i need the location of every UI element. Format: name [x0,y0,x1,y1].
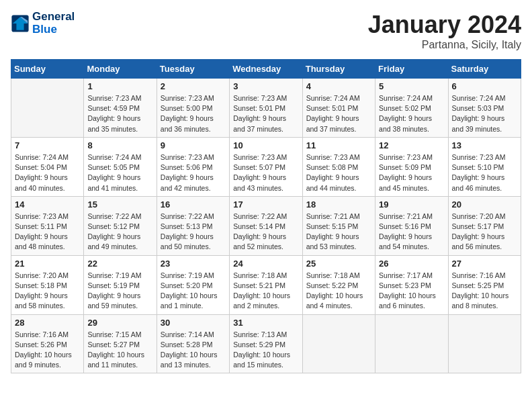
weekday-thursday: Thursday [302,60,375,79]
day-info: Sunrise: 7:24 AM Sunset: 5:03 PM Dayligh… [452,93,517,134]
day-cell: 2Sunrise: 7:23 AM Sunset: 5:00 PM Daylig… [157,79,229,138]
day-info: Sunrise: 7:24 AM Sunset: 5:01 PM Dayligh… [306,93,371,134]
day-info: Sunrise: 7:21 AM Sunset: 5:16 PM Dayligh… [379,212,444,253]
day-number: 29 [87,318,152,328]
month-title: January 2024 [368,11,521,39]
day-cell: 22Sunrise: 7:19 AM Sunset: 5:19 PM Dayli… [84,255,157,314]
day-number: 22 [87,259,152,269]
day-cell [11,79,84,138]
day-info: Sunrise: 7:19 AM Sunset: 5:20 PM Dayligh… [161,271,226,312]
day-number: 15 [87,199,152,210]
day-number: 30 [161,318,226,328]
day-cell: 20Sunrise: 7:20 AM Sunset: 5:17 PM Dayli… [448,196,521,255]
day-info: Sunrise: 7:23 AM Sunset: 5:09 PM Dayligh… [379,152,444,193]
day-number: 7 [15,140,80,150]
day-info: Sunrise: 7:23 AM Sunset: 5:06 PM Dayligh… [161,152,226,193]
week-row-1: 1Sunrise: 7:23 AM Sunset: 4:59 PM Daylig… [11,79,521,138]
weekday-saturday: Saturday [448,60,521,79]
day-number: 24 [233,259,298,269]
title-block: January 2024 Partanna, Sicily, Italy [368,11,521,51]
day-cell: 8Sunrise: 7:24 AM Sunset: 5:05 PM Daylig… [84,137,157,196]
weekday-header-row: SundayMondayTuesdayWednesdayThursdayFrid… [11,60,521,79]
day-number: 4 [306,81,371,91]
day-info: Sunrise: 7:23 AM Sunset: 5:08 PM Dayligh… [306,152,371,193]
day-info: Sunrise: 7:23 AM Sunset: 5:00 PM Dayligh… [161,93,226,134]
day-number: 10 [233,140,298,150]
day-info: Sunrise: 7:20 AM Sunset: 5:17 PM Dayligh… [452,212,517,253]
day-cell: 23Sunrise: 7:19 AM Sunset: 5:20 PM Dayli… [157,255,229,314]
day-number: 19 [379,199,444,210]
day-info: Sunrise: 7:23 AM Sunset: 5:10 PM Dayligh… [452,152,517,193]
day-number: 31 [233,318,298,328]
day-number: 13 [452,140,517,150]
day-cell: 30Sunrise: 7:14 AM Sunset: 5:28 PM Dayli… [157,314,229,373]
location-subtitle: Partanna, Sicily, Italy [368,39,521,51]
day-info: Sunrise: 7:16 AM Sunset: 5:26 PM Dayligh… [15,330,80,371]
day-info: Sunrise: 7:22 AM Sunset: 5:14 PM Dayligh… [233,212,298,253]
weekday-friday: Friday [375,60,448,79]
logo: General Blue [11,11,75,36]
day-info: Sunrise: 7:18 AM Sunset: 5:22 PM Dayligh… [306,271,371,312]
week-row-3: 14Sunrise: 7:23 AM Sunset: 5:11 PM Dayli… [11,196,521,255]
day-info: Sunrise: 7:22 AM Sunset: 5:13 PM Dayligh… [161,212,226,253]
week-row-2: 7Sunrise: 7:24 AM Sunset: 5:04 PM Daylig… [11,137,521,196]
calendar-table: SundayMondayTuesdayWednesdayThursdayFrid… [11,59,521,373]
day-info: Sunrise: 7:17 AM Sunset: 5:23 PM Dayligh… [379,271,444,312]
day-info: Sunrise: 7:15 AM Sunset: 5:27 PM Dayligh… [87,330,152,371]
day-cell: 26Sunrise: 7:17 AM Sunset: 5:23 PM Dayli… [375,255,448,314]
weekday-sunday: Sunday [11,60,84,79]
day-cell: 7Sunrise: 7:24 AM Sunset: 5:04 PM Daylig… [11,137,84,196]
day-info: Sunrise: 7:20 AM Sunset: 5:18 PM Dayligh… [15,271,80,312]
day-cell: 18Sunrise: 7:21 AM Sunset: 5:15 PM Dayli… [302,196,375,255]
day-number: 26 [379,259,444,269]
day-cell: 28Sunrise: 7:16 AM Sunset: 5:26 PM Dayli… [11,314,84,373]
page-header: General Blue January 2024 Partanna, Sici… [11,11,521,51]
day-number: 23 [161,259,226,269]
day-number: 9 [161,140,226,150]
day-cell: 13Sunrise: 7:23 AM Sunset: 5:10 PM Dayli… [448,137,521,196]
day-number: 11 [306,140,371,150]
day-number: 2 [161,81,226,91]
day-cell: 16Sunrise: 7:22 AM Sunset: 5:13 PM Dayli… [157,196,229,255]
day-cell: 5Sunrise: 7:24 AM Sunset: 5:02 PM Daylig… [375,79,448,138]
day-number: 5 [379,81,444,91]
day-info: Sunrise: 7:23 AM Sunset: 5:07 PM Dayligh… [233,152,298,193]
day-info: Sunrise: 7:22 AM Sunset: 5:12 PM Dayligh… [87,212,152,253]
logo-text: General Blue [32,11,75,36]
day-number: 17 [233,199,298,210]
day-cell [448,314,521,373]
day-cell: 6Sunrise: 7:24 AM Sunset: 5:03 PM Daylig… [448,79,521,138]
day-number: 28 [15,318,80,328]
day-cell: 1Sunrise: 7:23 AM Sunset: 4:59 PM Daylig… [84,79,157,138]
day-number: 18 [306,199,371,210]
day-number: 20 [452,199,517,210]
day-info: Sunrise: 7:24 AM Sunset: 5:02 PM Dayligh… [379,93,444,134]
logo-icon [11,14,30,33]
day-cell: 10Sunrise: 7:23 AM Sunset: 5:07 PM Dayli… [230,137,302,196]
day-number: 12 [379,140,444,150]
day-number: 25 [306,259,371,269]
weekday-tuesday: Tuesday [157,60,229,79]
day-info: Sunrise: 7:24 AM Sunset: 5:04 PM Dayligh… [15,152,80,193]
day-info: Sunrise: 7:23 AM Sunset: 4:59 PM Dayligh… [87,93,152,134]
day-cell: 19Sunrise: 7:21 AM Sunset: 5:16 PM Dayli… [375,196,448,255]
day-number: 21 [15,259,80,269]
day-info: Sunrise: 7:18 AM Sunset: 5:21 PM Dayligh… [233,271,298,312]
day-number: 1 [87,81,152,91]
day-cell: 31Sunrise: 7:13 AM Sunset: 5:29 PM Dayli… [230,314,302,373]
day-info: Sunrise: 7:24 AM Sunset: 5:05 PM Dayligh… [87,152,152,193]
day-cell: 4Sunrise: 7:24 AM Sunset: 5:01 PM Daylig… [302,79,375,138]
day-number: 14 [15,199,80,210]
day-cell: 24Sunrise: 7:18 AM Sunset: 5:21 PM Dayli… [230,255,302,314]
day-cell [302,314,375,373]
calendar-body: 1Sunrise: 7:23 AM Sunset: 4:59 PM Daylig… [11,79,521,373]
week-row-5: 28Sunrise: 7:16 AM Sunset: 5:26 PM Dayli… [11,314,521,373]
day-info: Sunrise: 7:19 AM Sunset: 5:19 PM Dayligh… [87,271,152,312]
day-info: Sunrise: 7:13 AM Sunset: 5:29 PM Dayligh… [233,330,298,371]
day-cell: 17Sunrise: 7:22 AM Sunset: 5:14 PM Dayli… [230,196,302,255]
day-number: 27 [452,259,517,269]
day-number: 8 [87,140,152,150]
day-number: 16 [161,199,226,210]
day-cell: 11Sunrise: 7:23 AM Sunset: 5:08 PM Dayli… [302,137,375,196]
day-cell: 29Sunrise: 7:15 AM Sunset: 5:27 PM Dayli… [84,314,157,373]
